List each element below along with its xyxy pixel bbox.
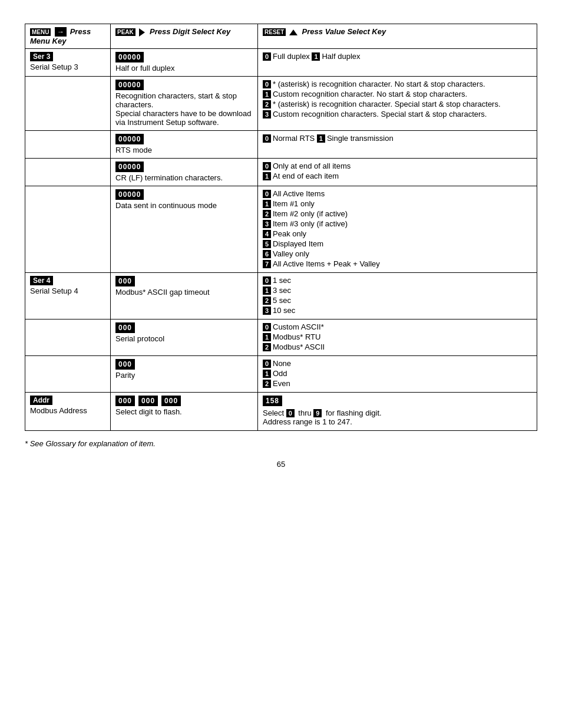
val-num: 0 <box>263 190 271 198</box>
code-desc: RTS mode <box>115 146 253 154</box>
val-text: None <box>273 359 291 368</box>
value-cell: 0None1Odd2Even <box>258 356 537 393</box>
value-row: 2Item #2 only (if active) <box>263 209 532 218</box>
middle-cell: 00000RTS mode <box>111 131 258 159</box>
code-display: 00000 <box>115 80 144 90</box>
code-desc: Data sent in continuous mode <box>115 201 253 210</box>
value-row: 2Even <box>263 379 532 388</box>
value-row: 1Odd <box>263 369 532 378</box>
section-badge: Ser 3 <box>30 52 53 61</box>
val-text: Custom ASCII* <box>273 322 324 331</box>
val-text: All Active Items <box>273 189 325 198</box>
section-cell <box>25 319 111 356</box>
val-text: Peak only <box>273 229 306 238</box>
middle-cell: 000000000Select digit to flash. <box>111 393 258 431</box>
value-cell: 0* (asterisk) is recognition character. … <box>258 77 537 131</box>
section-label: Ser 4 Serial Setup 4 <box>30 276 105 295</box>
section-subtitle: Modbus Address <box>30 406 87 415</box>
value-row: 2Modbus* ASCII <box>263 342 532 351</box>
code-box: 000 <box>161 396 181 406</box>
section-subtitle: Serial Setup 4 <box>30 286 78 295</box>
table-row: 00000CR (LF) termination characters.0Onl… <box>25 159 537 186</box>
header-col2: PEAK Press Digit Select Key <box>111 24 258 49</box>
val-num: 3 <box>263 307 271 315</box>
value-row: 25 sec <box>263 296 532 305</box>
value-text: 0Full duplex 1Half duplex <box>263 52 532 61</box>
table-row: 000Serial protocol0Custom ASCII*1Modbus*… <box>25 319 537 356</box>
val-text: Item #2 only (if active) <box>273 209 348 218</box>
val-text: Modbus* RTU <box>273 332 320 341</box>
code-display: 00000 <box>115 52 144 62</box>
code-desc: CR (LF) termination characters. <box>115 173 253 182</box>
val-num: 1 <box>312 52 320 61</box>
code-display: 000 <box>115 276 135 286</box>
table-row: 00000Data sent in continuous mode0All Ac… <box>25 186 537 273</box>
val-text: Odd <box>273 369 287 378</box>
section-badge: Ser 4 <box>30 276 53 285</box>
arrow-icon: → <box>55 27 67 37</box>
value-cell: 0Only at end of all items1At end of each… <box>258 159 537 186</box>
value-row: 1At end of each item <box>263 172 532 180</box>
middle-desc: Select digit to flash. <box>115 407 253 416</box>
sub-block: 00000CR (LF) termination characters. <box>115 162 253 182</box>
code-box: 000 <box>115 396 135 406</box>
val-num: 7 <box>263 260 271 268</box>
value-row: 0Only at end of all items <box>263 162 532 170</box>
val-text: 5 sec <box>273 296 291 305</box>
code-display: 00000 <box>115 134 144 144</box>
val-text: Item #1 only <box>273 199 315 208</box>
val-num: 0 <box>263 134 271 143</box>
sub-block: 00000Data sent in continuous mode <box>115 189 253 210</box>
val-num: 0 <box>263 162 271 170</box>
value-cell: 01 sec13 sec25 sec310 sec <box>258 273 537 319</box>
sub-block: 00000RTS mode <box>115 134 253 154</box>
value-row: 1Item #1 only <box>263 199 532 208</box>
val-text: Valley only <box>273 249 309 258</box>
middle-cell: 00000Half or full duplex <box>111 49 258 77</box>
value-row: 1Custom recognition character. No start … <box>263 90 532 98</box>
val-num: 2 <box>263 210 271 218</box>
addr-value-code: 158 <box>263 396 282 406</box>
sub-block: 000Modbus* ASCII gap timeout <box>115 276 253 297</box>
value-row: 2* (asterisk) is recognition character. … <box>263 100 532 108</box>
val-text: * (asterisk) is recognition character. N… <box>273 80 485 88</box>
value-row: 3Custom recognition characters. Special … <box>263 110 532 118</box>
val-num: 2 <box>263 297 271 305</box>
val-num: 0 <box>263 323 271 331</box>
section-label: Ser 3 Serial Setup 3 <box>30 52 105 71</box>
val-text: Modbus* ASCII <box>273 342 325 351</box>
value-row: 310 sec <box>263 306 532 315</box>
value-row: 0None <box>263 359 532 368</box>
value-row: 01 sec <box>263 276 532 285</box>
table-row: Ser 4 Serial Setup 4 000Modbus* ASCII ga… <box>25 273 537 319</box>
value-row: 0All Active Items <box>263 189 532 198</box>
middle-cell: 000Serial protocol <box>111 319 258 356</box>
val-num: 2 <box>263 100 271 108</box>
code-display: 000 <box>115 359 135 370</box>
value-row: 0* (asterisk) is recognition character. … <box>263 80 532 88</box>
main-table: MENU → Press Menu Key PEAK Press Digit S… <box>25 24 537 431</box>
value-cell: 0Full duplex 1Half duplex <box>258 49 537 77</box>
val-num: 0 <box>263 52 271 61</box>
val-num: 1 <box>263 172 271 180</box>
middle-cell: 00000Data sent in continuous mode <box>111 186 258 273</box>
middle-cell: 00000Recognition characters, start & sto… <box>111 77 258 131</box>
addr-codes: 000000000 <box>115 396 253 407</box>
val-num: 1 <box>317 134 325 143</box>
section-subtitle: Serial Setup 3 <box>30 62 78 71</box>
val-num: 3 <box>263 110 271 118</box>
value-cell: 0Custom ASCII*1Modbus* RTU2Modbus* ASCII <box>258 319 537 356</box>
table-row: Ser 3 Serial Setup 3 00000Half or full d… <box>25 49 537 77</box>
val-text: * (asterisk) is recognition character. S… <box>273 100 501 108</box>
section-cell <box>25 77 111 131</box>
page-number: 65 <box>25 460 537 469</box>
sub-block: 000Serial protocol <box>115 322 253 343</box>
val-num: 4 <box>263 230 271 238</box>
code-desc: Half or full duplex <box>115 64 253 73</box>
middle-cell: 00000CR (LF) termination characters. <box>111 159 258 186</box>
val-text: 3 sec <box>273 286 291 295</box>
val-text: Custom recognition characters. Special s… <box>273 110 487 118</box>
val-text: Item #3 only (if active) <box>273 219 348 228</box>
sub-block: 00000Recognition characters, start & sto… <box>115 80 253 127</box>
val-num: 1 <box>263 200 271 208</box>
